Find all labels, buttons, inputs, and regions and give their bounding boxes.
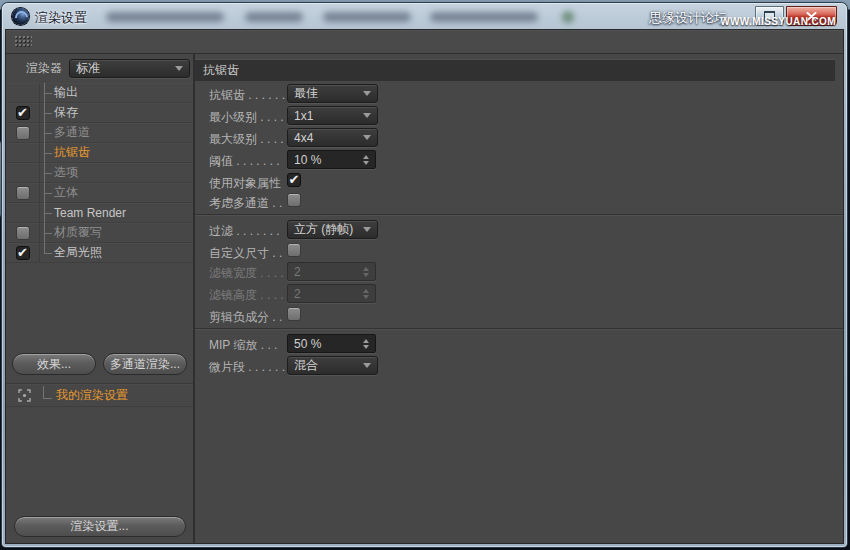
sidebar-item-label: 全局光照 <box>54 244 102 261</box>
setting-label: 最小级别 . . . . <box>209 109 284 126</box>
threshold-spinner[interactable]: 10 % <box>287 150 376 169</box>
spinner-down-icon <box>363 273 369 277</box>
effects-button[interactable]: 效果... <box>12 353 96 375</box>
spinner-up-icon <box>363 155 369 159</box>
setting-row-consider-multi-pass: 考虑多通道 . . <box>195 191 843 211</box>
setting-label: 自定义尺寸 . . <box>209 245 282 262</box>
setting-row-use-object-properties: 使用对象属性✔ <box>195 171 843 191</box>
settings-panel: 抗锯齿 抗锯齿 . . . . . .最佳最小级别 . . . .1x1最大级别… <box>195 54 843 543</box>
filter-width-spinner: 2 <box>287 262 376 281</box>
filter-dropdown[interactable]: 立方 (静帧) <box>287 220 378 239</box>
background-blur-smudge <box>430 12 538 22</box>
renderer-dropdown[interactable]: 标准 <box>69 59 190 78</box>
checkbox-gutter: ✔ <box>6 103 40 122</box>
spinner-up-icon <box>363 339 369 343</box>
watermark-text: 思缘设计论坛 <box>649 9 727 27</box>
renderer-label: 渲染器 <box>26 60 62 77</box>
filter-height-spinner: 2 <box>287 284 376 303</box>
sidebar-item-material-override[interactable]: 材质覆写 <box>6 223 193 243</box>
spinner-up-icon <box>363 267 369 271</box>
filter-height-value: 2 <box>294 287 301 301</box>
setting-label: 最大级别 . . . . <box>209 131 284 148</box>
sidebar-item-multi-pass[interactable]: 多通道 <box>6 123 193 143</box>
checkbox-gutter <box>6 163 40 182</box>
spinner-arrows-icon[interactable] <box>363 339 369 349</box>
custom-size-checkbox[interactable] <box>287 243 301 257</box>
global-illumination-checkbox[interactable]: ✔ <box>16 246 30 260</box>
window-title: 渲染设置 <box>35 9 87 27</box>
preset-item-my-render-settings[interactable]: 我的渲染设置 <box>6 384 193 407</box>
group-header: 抗锯齿 <box>195 59 835 81</box>
mip-scale-value: 50 % <box>294 337 321 351</box>
sidebar-item-label: 多通道 <box>54 124 90 141</box>
background-blur-smudge <box>245 12 303 22</box>
setting-row-mip-scale: MIP 缩放 . . .50 % <box>195 333 843 355</box>
sidebar-item-label: 材质覆写 <box>54 224 102 241</box>
setting-row-anti-aliasing-mode: 抗锯齿 . . . . . .最佳 <box>195 83 843 105</box>
tree-branch-connector <box>44 93 52 94</box>
group-divider <box>195 211 843 219</box>
tree-branch-connector <box>44 213 52 214</box>
chevron-down-icon <box>363 91 371 96</box>
sidebar-item-team-render[interactable]: Team Render <box>6 203 193 223</box>
titlebar[interactable]: 渲染设置 思缘设计论坛 WWW.MISSYUAN.COM <box>2 3 847 30</box>
sidebar-item-anti-aliasing[interactable]: 抗锯齿 <box>6 143 193 163</box>
setting-label: 滤镜高度 . . . . <box>209 287 284 304</box>
checkbox-gutter <box>6 183 40 202</box>
micro-fragments-dropdown[interactable]: 混合 <box>287 356 378 375</box>
tree-elbow-connector <box>43 386 52 399</box>
tree-branch-connector <box>44 253 52 254</box>
stereoscopic-checkbox[interactable] <box>16 186 30 200</box>
setting-label: 过滤 . . . . . . . <box>209 223 280 240</box>
sidebar-item-stereoscopic[interactable]: 立体 <box>6 183 193 203</box>
background-blur-smudge <box>106 12 224 22</box>
render-settings-menu-button[interactable]: 渲染设置... <box>14 516 186 537</box>
checkbox-gutter <box>6 223 40 242</box>
setting-row-filter-width: 滤镜宽度 . . . .2 <box>195 261 843 283</box>
clip-negative-checkbox[interactable] <box>287 307 301 321</box>
consider-multi-pass-checkbox[interactable] <box>287 193 301 207</box>
setting-label: 微片段 . . . . . . <box>209 359 285 376</box>
filter-width-value: 2 <box>294 265 301 279</box>
multi-pass-checkbox[interactable] <box>16 126 30 140</box>
multipass-render-button[interactable]: 多通道渲染... <box>103 353 187 375</box>
background-blur-dot <box>562 11 574 23</box>
max-level-dropdown[interactable]: 4x4 <box>287 128 378 147</box>
preset-label: 我的渲染设置 <box>56 387 128 404</box>
tree-branch-connector <box>44 113 52 114</box>
anti-aliasing-mode-value: 最佳 <box>294 85 318 102</box>
sidebar-item-global-illumination[interactable]: ✔全局光照 <box>6 243 193 263</box>
render-state-icon[interactable] <box>18 389 31 402</box>
setting-label: 考虑多通道 . . <box>209 195 282 212</box>
chevron-down-icon <box>363 363 371 368</box>
mip-scale-spinner[interactable]: 50 % <box>287 334 376 353</box>
use-object-properties-checkbox[interactable]: ✔ <box>287 173 301 187</box>
sidebar: 渲染器 标准 输出✔保存多通道抗锯齿选项立体Team Render材质覆写✔全局… <box>6 54 195 543</box>
anti-aliasing-mode-dropdown[interactable]: 最佳 <box>287 84 378 103</box>
drag-grip-icon[interactable] <box>15 36 32 48</box>
sidebar-item-save[interactable]: ✔保存 <box>6 103 193 123</box>
setting-row-filter: 过滤 . . . . . . .立方 (静帧) <box>195 219 843 241</box>
sidebar-item-output[interactable]: 输出 <box>6 83 193 103</box>
threshold-value: 10 % <box>294 153 321 167</box>
spinner-down-icon <box>363 161 369 165</box>
setting-label: 滤镜宽度 . . . . <box>209 265 284 282</box>
preset-list: 我的渲染设置 <box>6 383 193 509</box>
save-checkbox[interactable]: ✔ <box>16 106 30 120</box>
tree-branch-connector <box>44 173 52 174</box>
material-override-checkbox[interactable] <box>16 226 30 240</box>
min-level-dropdown[interactable]: 1x1 <box>287 106 378 125</box>
sidebar-item-label: 立体 <box>54 184 78 201</box>
group-divider <box>195 325 843 333</box>
setting-label: 阈值 . . . . . . . <box>209 153 280 170</box>
spinner-arrows-icon <box>363 289 369 299</box>
renderer-value: 标准 <box>76 60 100 77</box>
chevron-down-icon <box>363 227 371 232</box>
spinner-arrows-icon[interactable] <box>363 155 369 165</box>
checkbox-gutter: ✔ <box>6 243 40 262</box>
sidebar-item-options[interactable]: 选项 <box>6 163 193 183</box>
dock-toolstrip <box>6 30 843 54</box>
setting-row-filter-height: 滤镜高度 . . . .2 <box>195 283 843 305</box>
spinner-arrows-icon <box>363 267 369 277</box>
sidebar-item-label: 输出 <box>54 84 78 101</box>
